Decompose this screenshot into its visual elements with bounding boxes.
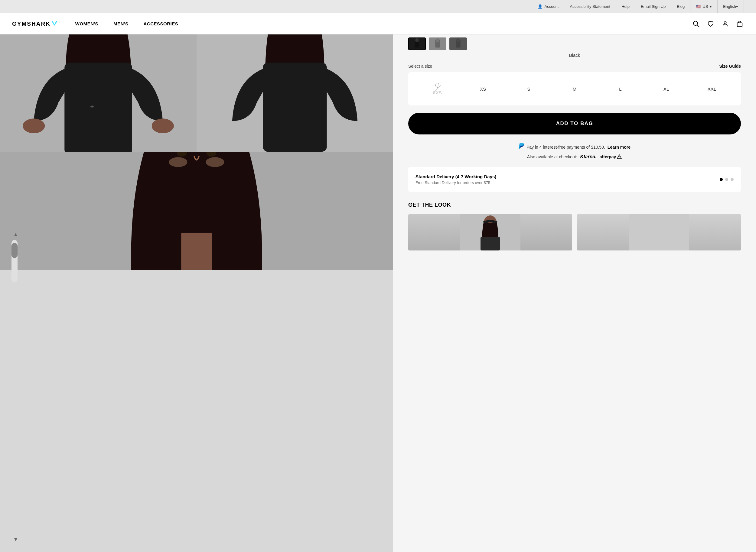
blog-link[interactable]: Blog [671,0,690,13]
language-selector[interactable]: English ▾ [718,0,744,13]
top-bar: 👤 Account Accessibility Statement Help E… [0,0,756,13]
product-image-back[interactable] [197,34,393,152]
dot-1 [720,178,723,181]
svg-rect-14 [263,62,327,152]
look-items [408,214,741,251]
color-swatch-gray[interactable] [429,37,446,50]
svg-point-28 [415,38,419,42]
svg-point-9 [23,118,45,133]
color-swatch-charcoal[interactable] [449,37,467,50]
selected-color: Black [408,52,741,58]
scroll-indicator [11,240,17,282]
get-the-look-title: GET THE LOOK [408,202,741,208]
product-image-closeup[interactable]: ✦ [0,152,393,270]
svg-rect-15 [267,149,291,152]
size-xxs-wrapper: XXS [417,83,457,95]
delivery-box: Standard Delivery (4-7 Working Days) Fre… [408,167,741,192]
svg-point-31 [436,38,439,42]
flag-icon: 🇺🇸 [696,4,700,9]
svg-rect-3 [737,23,742,27]
payment-info: Pay in 4 interest-free payments of $10.5… [408,143,741,159]
scroll-down-button[interactable]: ▼ [9,533,22,546]
svg-rect-24 [181,233,212,270]
logo[interactable]: GYMSHARK [12,20,57,27]
svg-point-22 [206,157,224,167]
paypal-icon [519,143,524,151]
person-icon: 👤 [538,4,542,9]
checkout-also-label: Also available at checkout: [527,154,577,159]
dot-2 [725,178,728,181]
product-images: ✦ [0,34,393,552]
delivery-title: Standard Delivery (4-7 Working Days) [416,174,720,179]
chevron-down-icon: ▾ [710,4,712,9]
delivery-sub: Free Standard Delivery for orders over $… [416,180,720,185]
klarna-badge: Klarna. [580,154,597,159]
size-header: Select a size Size Guide [408,64,741,68]
wishlist-button[interactable] [707,20,715,28]
size-label: Select a size [408,64,432,68]
size-grid: XXS XS S M L XL XXL [408,72,741,106]
svg-point-10 [152,118,174,133]
product-image-front[interactable]: ✦ [0,34,197,152]
scroll-thumb [11,243,17,258]
accessibility-link[interactable]: Accessibility Statement [564,0,616,13]
delivery-dots [720,178,734,181]
account-link[interactable]: 👤 Account [532,0,564,13]
svg-line-1 [697,25,699,27]
help-link[interactable]: Help [616,0,635,13]
images-grid: ✦ [0,34,393,270]
size-xxs[interactable]: XXS [414,78,460,99]
email-signup-link[interactable]: Email Sign Up [635,0,671,13]
header: GYMSHARK WOMEN'S MEN'S ACCESSORIES [0,13,756,34]
add-to-bag-button[interactable]: ADD TO BAG [408,113,741,134]
size-s[interactable]: S [506,82,552,96]
logo-chevron-icon [52,21,57,27]
svg-rect-38 [629,214,689,251]
size-m[interactable]: M [552,82,597,96]
dot-3 [731,178,734,181]
bag-button[interactable] [736,20,744,28]
svg-rect-37 [480,237,500,251]
svg-rect-6 [65,62,132,152]
main-layout: ✦ [0,34,756,552]
paypal-line: Pay in 4 interest-free payments of $10.5… [408,143,741,151]
checkout-options: Also available at checkout: Klarna. afte… [408,154,741,159]
paypal-text: Pay in 4 interest-free payments of $10.5… [527,145,605,150]
paypal-learn-more[interactable]: Learn more [608,145,631,150]
color-swatch-black[interactable] [408,37,426,50]
size-xxl[interactable]: XXL [689,82,735,96]
svg-point-34 [456,38,460,42]
nav-mens[interactable]: MEN'S [113,21,128,26]
svg-point-2 [724,21,726,24]
delivery-text: Standard Delivery (4-7 Working Days) Fre… [416,174,720,185]
size-xl[interactable]: XL [643,82,689,96]
bell-icon [435,83,440,89]
svg-point-21 [169,157,188,167]
region-selector[interactable]: 🇺🇸 US ▾ [690,0,718,13]
afterpay-badge: afterpay [600,154,622,159]
search-button[interactable] [692,20,700,28]
nav-accessories[interactable]: ACCESSORIES [143,21,178,26]
svg-text:✦: ✦ [90,103,95,110]
account-button[interactable] [721,20,729,28]
look-item-2[interactable] [577,214,741,251]
scroll-up-button[interactable]: ▲ [9,228,22,241]
size-guide-link[interactable]: Size Guide [719,64,741,68]
look-item-1[interactable] [408,214,572,251]
svg-rect-16 [297,149,322,152]
color-swatches [408,34,741,50]
size-l[interactable]: L [598,82,643,96]
chevron-down-icon: ▾ [736,4,738,9]
main-nav: WOMEN'S MEN'S ACCESSORIES [75,21,692,26]
product-info: Black Select a size Size Guide XXS XS [393,34,756,552]
header-icons [692,20,744,28]
nav-womens[interactable]: WOMEN'S [75,21,98,26]
size-xs[interactable]: XS [460,82,506,96]
